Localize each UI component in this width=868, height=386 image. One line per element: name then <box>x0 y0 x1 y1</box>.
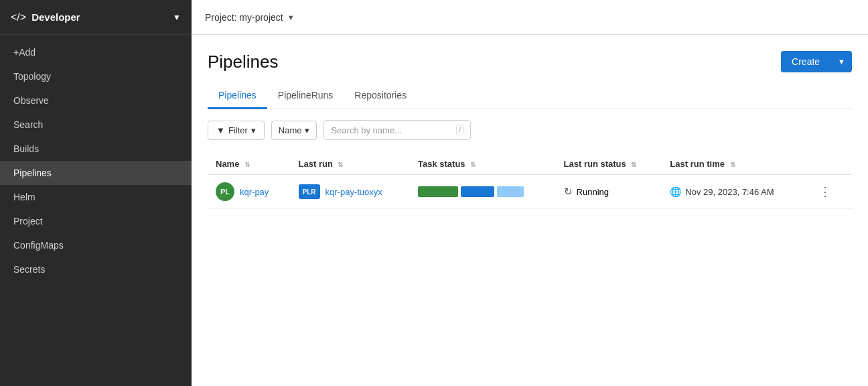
tabs: PipelinesPipelineRunsRepositories <box>208 83 852 109</box>
page-header: Pipelines Create ▼ <box>208 51 852 72</box>
sidebar-item-topology[interactable]: Topology <box>0 64 192 88</box>
sidebar-item-secrets[interactable]: Secrets <box>0 257 192 281</box>
last-run-cell: PLR kqr-pay-tuoxyx <box>291 175 410 209</box>
content-area: Pipelines Create ▼ PipelinesPipelineRuns… <box>192 35 868 386</box>
sort-icon-lastrunstatus[interactable]: ⇅ <box>631 161 636 168</box>
col-last-run-time: Last run time ⇅ <box>662 153 805 175</box>
sidebar: </> Developer ▼ +AddTopologyObserveSearc… <box>0 0 192 386</box>
col-last-run-status: Last run status ⇅ <box>556 153 662 175</box>
pipeline-name-link[interactable]: kqr-pay <box>240 187 269 197</box>
create-btn-arrow[interactable]: ▼ <box>831 52 852 71</box>
filter-label: Filter <box>228 125 248 135</box>
project-dropdown-arrow[interactable]: ▼ <box>287 13 295 21</box>
filter-button[interactable]: ▼ Filter ▾ <box>208 121 265 140</box>
sidebar-header[interactable]: </> Developer ▼ <box>0 0 192 35</box>
task-status-cell <box>410 175 556 209</box>
last-run-link[interactable]: kqr-pay-tuoxyx <box>326 187 382 197</box>
sidebar-item-search[interactable]: Search <box>0 113 192 137</box>
task-bar-blue <box>461 186 494 197</box>
run-status-cell: ↻ Running <box>556 175 662 209</box>
sidebar-item-builds[interactable]: Builds <box>0 137 192 161</box>
create-button-label: Create <box>781 51 830 72</box>
pipelinerun-badge: PLR <box>299 184 320 199</box>
search-input-container[interactable]: Search by name... / <box>323 120 471 140</box>
table-header-row: Name ⇅ Last run ⇅ Task status ⇅ Last run… <box>208 153 852 175</box>
pipeline-badge: PL <box>216 182 234 201</box>
last-run-time-cell: 🌐 Nov 29, 2023, 7:46 AM <box>662 175 805 209</box>
col-task-status: Task status ⇅ <box>410 153 556 175</box>
project-label: Project: my-project <box>205 12 283 23</box>
sidebar-item-observe[interactable]: Observe <box>0 88 192 113</box>
sidebar-nav: +AddTopologyObserveSearchBuildsPipelines… <box>0 35 192 287</box>
sidebar-dropdown-arrow[interactable]: ▼ <box>173 13 181 22</box>
page-title: Pipelines <box>208 52 279 72</box>
search-slash: / <box>456 125 463 135</box>
filter-icon: ▼ <box>216 125 225 135</box>
task-bar-lightblue <box>497 186 524 197</box>
filter-arrow: ▾ <box>251 125 256 135</box>
run-status-label: Running <box>577 187 609 197</box>
sidebar-item-helm[interactable]: Helm <box>0 185 192 209</box>
more-actions-button[interactable]: ⋮ <box>814 182 837 202</box>
row-actions-cell: ⋮ <box>806 175 852 209</box>
name-arrow: ▾ <box>305 125 309 135</box>
task-bar-green <box>418 186 458 197</box>
name-select[interactable]: Name ▾ <box>271 121 317 140</box>
filter-bar: ▼ Filter ▾ Name ▾ Search by name... / <box>208 120 852 140</box>
running-icon: ↻ <box>564 186 573 198</box>
main-content: Project: my-project ▼ Pipelines Create ▼… <box>192 0 868 386</box>
sort-icon-name[interactable]: ⇅ <box>244 161 250 168</box>
sort-icon-taskstatus[interactable]: ⇅ <box>470 161 476 168</box>
name-label: Name <box>279 125 302 135</box>
task-bars <box>418 186 548 197</box>
pipeline-name-cell: PL kqr-pay <box>208 175 291 209</box>
col-actions <box>806 153 852 175</box>
sidebar-title: Developer <box>31 11 167 23</box>
pipelines-table: Name ⇅ Last run ⇅ Task status ⇅ Last run… <box>208 153 852 209</box>
sidebar-item-configmaps[interactable]: ConfigMaps <box>0 233 192 257</box>
search-placeholder: Search by name... <box>331 125 402 135</box>
create-button[interactable]: Create ▼ <box>781 51 852 72</box>
sort-icon-lastrun[interactable]: ⇅ <box>338 161 343 168</box>
table-row: PL kqr-pay PLR kqr-pay-tuoxyx <box>208 175 852 209</box>
sidebar-item-add[interactable]: +Add <box>0 40 192 64</box>
developer-icon: </> <box>11 11 26 23</box>
tab-pipelineruns[interactable]: PipelineRuns <box>267 83 344 109</box>
sort-icon-lastruntime[interactable]: ⇅ <box>730 161 735 168</box>
last-run-time-label: Nov 29, 2023, 7:46 AM <box>685 187 774 197</box>
topbar: Project: my-project ▼ <box>192 0 868 35</box>
tab-pipelines[interactable]: Pipelines <box>208 83 267 109</box>
sidebar-item-pipelines[interactable]: Pipelines <box>0 161 192 185</box>
tab-repositories[interactable]: Repositories <box>344 83 417 109</box>
sidebar-item-project[interactable]: Project <box>0 209 192 233</box>
col-name: Name ⇅ <box>208 153 291 175</box>
col-last-run: Last run ⇅ <box>291 153 410 175</box>
globe-icon: 🌐 <box>670 186 681 197</box>
